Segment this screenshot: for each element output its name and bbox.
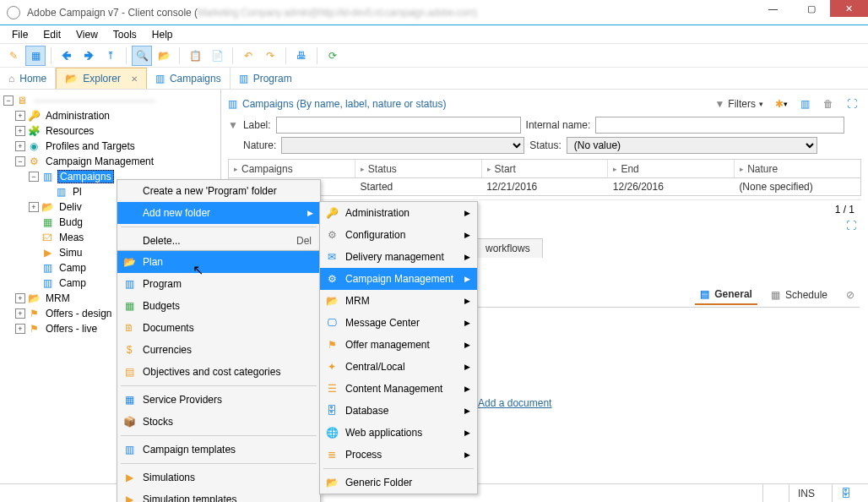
status-db-icon[interactable]: 🗄 — [832, 484, 860, 502]
tab-explorer[interactable]: 📂 Explorer ✕ — [56, 68, 147, 89]
col-end[interactable]: End — [621, 163, 638, 175]
ctx-program[interactable]: ▥Program — [117, 273, 320, 295]
delete-button[interactable]: 🗑 — [819, 95, 838, 113]
grid-header[interactable]: ▸Campaigns ▸Status ▸Start ▸End ▸Nature — [229, 160, 860, 178]
ctx-cat-cm[interactable]: ⚙Campaign Management▶ — [320, 268, 477, 290]
tool-search[interactable]: 🔍 — [132, 46, 152, 66]
home-icon: ⌂ — [8, 73, 14, 85]
ctx-cat-mrm[interactable]: 📂MRM▶ — [320, 290, 477, 312]
nav-back[interactable]: 🡸 — [57, 46, 77, 66]
window-title: Adobe Campaign v7 - Client console ( — [27, 7, 198, 19]
tool-print[interactable]: 🖶 — [291, 46, 312, 66]
tool-new[interactable]: ✎ — [3, 46, 24, 66]
refresh-list-button[interactable]: ▥ — [795, 95, 814, 113]
ctx-add-new-folder[interactable]: Add new folder▶ — [117, 202, 320, 224]
tool-folder[interactable]: 📂 — [154, 46, 174, 66]
name-input[interactable] — [595, 117, 844, 134]
col-campaigns[interactable]: Campaigns — [241, 163, 293, 175]
document-icon: 🗎 — [122, 321, 136, 335]
tree-administration[interactable]: +🔑Administration — [0, 108, 220, 123]
tree-root[interactable]: −🖥———————————— — [0, 93, 220, 108]
menu-help[interactable]: Help — [145, 26, 180, 43]
ctx-cat-db[interactable]: 🗄Database▶ — [320, 400, 477, 422]
ctx-cat-generic[interactable]: 📂Generic Folder — [320, 472, 477, 494]
tab-schedule[interactable]: ▦Schedule — [766, 286, 833, 304]
menu-file[interactable]: File — [5, 26, 35, 43]
maximize-button[interactable]: ▢ — [792, 0, 830, 17]
chevron-right-icon: ▶ — [464, 407, 470, 415]
budget-icon: ▦ — [41, 216, 54, 229]
tab-campaigns[interactable]: ▥ Campaigns — [147, 68, 231, 89]
chevron-right-icon: ▶ — [464, 385, 470, 393]
filters-button[interactable]: ▼ Filters ▾ — [711, 96, 767, 112]
fullscreen-button[interactable]: ⛶ — [843, 95, 861, 113]
tab-workflows[interactable]: workflows — [473, 238, 543, 258]
ctx-cat-config[interactable]: ⚙Configuration▶ — [320, 224, 477, 246]
menu-tools[interactable]: Tools — [106, 26, 144, 43]
ctx-budgets[interactable]: ▦Budgets — [117, 295, 320, 317]
campaigns-icon: ▥ — [155, 73, 165, 85]
col-nature[interactable]: Nature — [747, 163, 778, 175]
ctx-cat-web[interactable]: 🌐Web applications▶ — [320, 422, 477, 444]
table-row[interactable]: DP1) Started 12/21/2016 12/26/2016 (None… — [229, 178, 860, 195]
folder-icon: 📂 — [325, 476, 339, 489]
ctx-cat-offer[interactable]: ⚑Offer management▶ — [320, 334, 477, 356]
offers-live-icon: ⚑ — [27, 322, 41, 336]
ctx-delete[interactable]: Delete...Del — [117, 230, 320, 252]
tab-campaigns-label: Campaigns — [170, 73, 221, 85]
ctx-cat-process[interactable]: ≣Process▶ — [320, 444, 477, 466]
ctx-cat-delivery[interactable]: ✉Delivery management▶ — [320, 246, 477, 268]
folder-icon: 📂 — [65, 73, 78, 85]
tool-paste[interactable]: 📄 — [207, 46, 227, 66]
ctx-cat-mc[interactable]: 🖵Message Center▶ — [320, 312, 477, 334]
tree-campaign-management[interactable]: −⚙Campaign Management — [0, 154, 220, 169]
tool-undo[interactable]: ↶ — [238, 46, 258, 66]
tree-resources[interactable]: +🧩Resources — [0, 123, 220, 139]
ctx-cat-admin[interactable]: 🔑Administration▶ — [320, 202, 477, 224]
close-icon[interactable]: ✕ — [131, 74, 138, 84]
ctx-cat-cl[interactable]: ✦Central/Local▶ — [320, 356, 477, 378]
tool-grid[interactable]: ▦ — [25, 46, 46, 66]
breadcrumb[interactable]: ▥ Campaigns (By name, label, nature or s… — [228, 98, 446, 110]
ctx-currencies[interactable]: $Currencies — [117, 339, 320, 361]
context-menu-categories: 🔑Administration▶ ⚙Configuration▶ ✉Delive… — [319, 201, 478, 494]
ctx-documents[interactable]: 🗎Documents — [117, 317, 320, 339]
providers-icon: ▦ — [122, 393, 136, 407]
name-filter-label: Internal name: — [526, 119, 591, 131]
tab-explorer-label: Explorer — [83, 73, 121, 85]
folder-icon: ▥ — [54, 185, 68, 199]
status-select[interactable]: (No value) — [567, 137, 817, 154]
menu-edit[interactable]: Edit — [36, 26, 68, 43]
ctx-plan[interactable]: 📂Plan — [117, 251, 320, 273]
nature-select[interactable] — [281, 137, 524, 154]
tab-more[interactable]: ⊘ — [841, 286, 860, 304]
folder-icon: 📂 — [122, 255, 136, 269]
tab-program[interactable]: ▥ Program — [231, 68, 301, 89]
nav-up[interactable]: ⤒ — [100, 46, 121, 66]
label-input[interactable] — [276, 117, 521, 134]
target-icon[interactable]: ⛶ — [846, 220, 856, 232]
ctx-sim-templates[interactable]: ▶Simulation templates — [117, 488, 320, 502]
tree-profiles[interactable]: +◉Profiles and Targets — [0, 139, 220, 154]
tool-copy[interactable]: 📋 — [185, 46, 205, 66]
col-start[interactable]: Start — [495, 163, 516, 175]
ctx-create-program[interactable]: Create a new 'Program' folder — [117, 180, 320, 202]
ctx-simulations[interactable]: ▶Simulations — [117, 467, 320, 488]
col-status[interactable]: Status — [368, 163, 397, 175]
template-icon: ▥ — [122, 443, 136, 456]
tab-general[interactable]: ▤General — [695, 285, 757, 305]
ctx-cat-content[interactable]: ☰Content Management▶ — [320, 378, 477, 400]
close-button[interactable]: ✕ — [830, 0, 868, 17]
nav-forward[interactable]: 🡺 — [79, 46, 99, 66]
ctx-campaign-templates[interactable]: ▥Campaign templates — [117, 439, 320, 461]
minimize-button[interactable]: — — [754, 0, 792, 17]
tool-redo[interactable]: ↷ — [260, 46, 280, 66]
ctx-objectives[interactable]: ▤Objectives and cost categories — [117, 361, 320, 383]
settings-button[interactable]: ✱▾ — [772, 95, 790, 113]
cl-icon: ✦ — [325, 360, 339, 374]
menu-view[interactable]: View — [69, 26, 105, 43]
tab-home[interactable]: ⌂ Home — [0, 68, 56, 89]
tool-refresh[interactable]: ⟳ — [323, 46, 343, 66]
ctx-stocks[interactable]: 📦Stocks — [117, 411, 320, 433]
ctx-providers[interactable]: ▦Service Providers — [117, 389, 320, 411]
